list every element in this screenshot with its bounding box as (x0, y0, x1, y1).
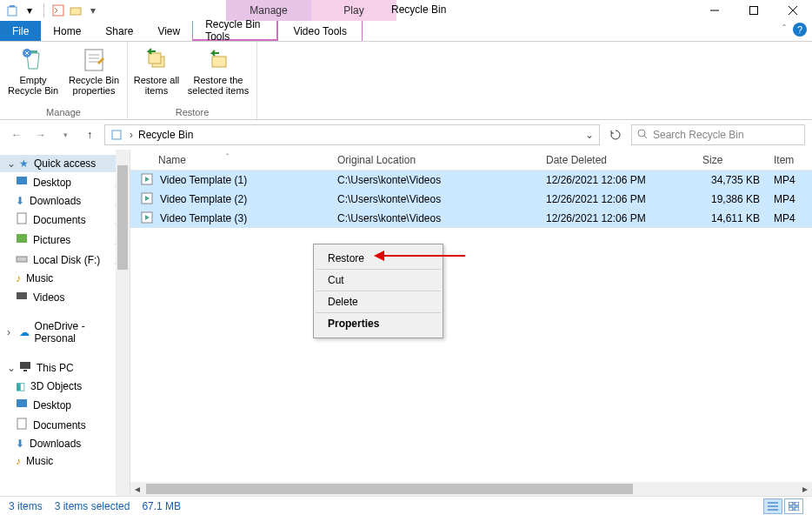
nav-3d-objects[interactable]: ◧3D Objects (0, 378, 130, 395)
column-item-type[interactable]: Item (767, 154, 812, 166)
nav-thispc-label: This PC (37, 362, 74, 374)
svg-rect-19 (17, 213, 26, 224)
svg-rect-25 (17, 399, 27, 407)
video-file-icon (141, 211, 155, 225)
ctx-cut[interactable]: Cut (316, 270, 441, 291)
scrollbar-thumb[interactable] (146, 484, 633, 494)
svg-point-16 (638, 130, 645, 137)
column-date-deleted[interactable]: Date Deleted (539, 154, 696, 166)
collapse-ribbon-icon[interactable]: ˆ (782, 23, 786, 36)
nav-pc-music[interactable]: ♪Music (0, 452, 130, 470)
column-original-location[interactable]: Original Location (330, 154, 539, 166)
restore-selected-icon (204, 45, 232, 73)
details-view-button[interactable] (763, 498, 782, 514)
refresh-button[interactable] (605, 124, 626, 145)
svg-rect-34 (789, 502, 793, 505)
recycle-bin-empty-icon (19, 45, 47, 73)
nav-music[interactable]: ♪Music (0, 270, 130, 287)
chevron-down-icon[interactable]: ⌄ (7, 157, 14, 170)
tab-file[interactable]: File (0, 21, 41, 41)
search-input[interactable]: Search Recycle Bin (631, 124, 805, 145)
nav-documents[interactable]: Documents📌 (0, 210, 130, 230)
drive-icon (16, 252, 28, 267)
ctx-restore[interactable]: Restore (316, 248, 441, 270)
empty-recycle-bin-label: Empty Recycle Bin (5, 75, 61, 96)
scroll-left-icon[interactable]: ◂ (130, 482, 144, 496)
nav-quick-access[interactable]: ⌄★Quick access (0, 155, 130, 172)
tab-share[interactable]: Share (93, 21, 145, 41)
nav-desktop[interactable]: Desktop📌 (0, 172, 130, 192)
nav-up-button[interactable]: ↑ (80, 125, 99, 144)
nav-forward-button[interactable]: → (31, 125, 50, 144)
new-folder-qat-icon[interactable] (69, 3, 83, 17)
help-icon[interactable]: ? (793, 23, 807, 37)
nav-videos[interactable]: Videos (0, 287, 130, 307)
table-row[interactable]: Video Template (3) C:\Users\konte\Videos… (130, 209, 812, 228)
properties-qat-icon[interactable] (51, 3, 65, 17)
nav-recent-dropdown[interactable]: ▾ (56, 125, 75, 144)
restore-all-icon (143, 45, 170, 73)
restore-all-button[interactable]: Restore all items (133, 45, 180, 105)
nav-pc-downloads[interactable]: ⬇Downloads (0, 435, 130, 452)
ribbon-tabs: File Home Share View Recycle Bin Tools V… (0, 21, 812, 42)
nav-pc-documents[interactable]: Documents (0, 415, 130, 435)
chevron-down-icon[interactable]: ⌄ (7, 362, 14, 374)
minimize-button[interactable] (695, 0, 734, 21)
restore-selected-button[interactable]: Restore the selected items (185, 45, 251, 105)
column-headers: ˆName Original Location Date Deleted Siz… (130, 150, 812, 171)
nav-thispc[interactable]: ⌄This PC (0, 358, 130, 378)
nav-videos-label: Videos (33, 291, 64, 304)
table-row[interactable]: Video Template (1) C:\Users\konte\Videos… (130, 171, 812, 190)
maximize-button[interactable] (734, 0, 773, 21)
tab-video-tools[interactable]: Video Tools (277, 21, 363, 41)
qat-separator (43, 3, 44, 17)
file-name: Video Template (1) (160, 174, 247, 186)
cube-icon: ◧ (16, 380, 25, 392)
scroll-right-icon[interactable]: ▸ (798, 482, 812, 496)
empty-recycle-bin-button[interactable]: Empty Recycle Bin (5, 45, 61, 105)
scrollbar-thumb[interactable] (117, 165, 128, 270)
breadcrumb[interactable]: Recycle Bin (138, 129, 193, 141)
chevron-right-icon[interactable]: › (7, 326, 14, 338)
nav-quick-access-label: Quick access (34, 157, 96, 170)
music-icon: ♪ (16, 272, 21, 284)
cloud-icon: ☁ (19, 326, 30, 338)
file-name: Video Template (2) (160, 193, 247, 205)
nav-pc-music-label: Music (26, 455, 53, 467)
address-dropdown-icon[interactable]: ⌄ (585, 129, 594, 141)
address-bar[interactable]: › Recycle Bin ⌄ (104, 124, 600, 145)
nav-pictures[interactable]: Pictures📌 (0, 230, 130, 250)
restore-all-label: Restore all items (133, 75, 180, 96)
svg-rect-4 (749, 7, 757, 15)
ctx-properties[interactable]: Properties (316, 313, 441, 334)
ctx-delete[interactable]: Delete (316, 291, 441, 313)
ribbon-group-manage: Empty Recycle Bin Recycle Bin properties… (0, 42, 128, 119)
navigation-pane: ⌄★Quick access Desktop📌 ⬇Downloads📌 Docu… (0, 150, 130, 496)
nav-onedrive[interactable]: ›☁OneDrive - Personal (0, 318, 130, 347)
file-original-location: C:\Users\konte\Videos (330, 193, 539, 205)
table-row[interactable]: Video Template (2) C:\Users\konte\Videos… (130, 190, 812, 209)
tab-home[interactable]: Home (41, 21, 93, 41)
tab-view[interactable]: View (145, 21, 192, 41)
column-name[interactable]: ˆName (130, 154, 330, 166)
column-size[interactable]: Size (696, 154, 767, 166)
horizontal-scrollbar[interactable]: ◂ ▸ (130, 482, 812, 496)
recycle-bin-properties-button[interactable]: Recycle Bin properties (66, 45, 122, 105)
nav-scrollbar[interactable] (116, 150, 130, 496)
svg-rect-14 (212, 57, 226, 67)
nav-downloads[interactable]: ⬇Downloads📌 (0, 192, 130, 210)
nav-pc-downloads-label: Downloads (30, 438, 81, 450)
file-list-pane: ˆName Original Location Date Deleted Siz… (130, 150, 812, 496)
qat-customize-icon[interactable]: ▾ (86, 3, 100, 17)
file-type: MP4 (767, 212, 812, 224)
svg-rect-22 (17, 292, 27, 299)
thumbnails-view-button[interactable] (784, 498, 803, 514)
breadcrumb-separator-icon[interactable]: › (130, 129, 133, 141)
qat-dropdown-icon[interactable]: ▾ (23, 3, 37, 17)
tab-recycle-bin-tools[interactable]: Recycle Bin Tools (192, 21, 277, 41)
nav-localdisk[interactable]: Local Disk (F:)📌 (0, 250, 130, 270)
status-selected-count: 3 items selected (55, 500, 130, 512)
nav-pc-desktop[interactable]: Desktop (0, 395, 130, 415)
nav-back-button[interactable]: ← (7, 125, 26, 144)
close-button[interactable] (773, 0, 812, 21)
